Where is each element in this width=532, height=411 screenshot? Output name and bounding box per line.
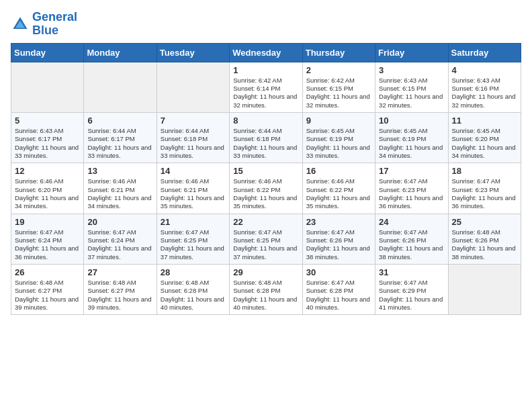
day-info: Daylight: 11 hours and 40 minutes. [233,295,298,312]
day-info: Sunrise: 6:43 AM [15,127,80,135]
day-number: 31 [379,267,444,277]
calendar-cell: 15Sunrise: 6:46 AMSunset: 6:22 PMDayligh… [230,163,302,214]
day-info: Sunset: 6:18 PM [233,135,298,143]
day-number: 5 [15,116,80,126]
day-number: 25 [452,217,517,227]
day-info: Daylight: 11 hours and 33 minutes. [161,144,226,161]
day-info: Sunrise: 6:47 AM [306,228,371,236]
day-info: Sunrise: 6:44 AM [87,127,152,135]
day-info: Sunrise: 6:47 AM [306,279,371,287]
day-number: 1 [233,65,298,75]
calendar-week-1: 5Sunrise: 6:43 AMSunset: 6:17 PMDaylight… [11,112,521,163]
calendar-table: SundayMondayTuesdayWednesdayThursdayFrid… [11,43,521,316]
day-info: Sunset: 6:27 PM [87,287,152,295]
day-info: Sunset: 6:27 PM [15,287,80,295]
calendar-cell: 11Sunrise: 6:45 AMSunset: 6:20 PMDayligh… [448,112,521,163]
day-number: 16 [306,166,371,176]
day-info: Daylight: 11 hours and 37 minutes. [233,244,298,261]
calendar-cell: 27Sunrise: 6:48 AMSunset: 6:27 PMDayligh… [84,265,157,315]
calendar-cell: 17Sunrise: 6:47 AMSunset: 6:23 PMDayligh… [375,163,448,214]
calendar-cell: 25Sunrise: 6:48 AMSunset: 6:26 PMDayligh… [448,214,521,264]
day-info: Sunrise: 6:47 AM [233,228,298,236]
day-info: Daylight: 11 hours and 34 minutes. [452,144,517,161]
day-number: 2 [306,65,371,75]
day-info: Sunrise: 6:47 AM [87,228,152,236]
calendar-cell: 7Sunrise: 6:44 AMSunset: 6:18 PMDaylight… [157,112,229,163]
day-info: Daylight: 11 hours and 38 minutes. [452,244,517,261]
day-info: Daylight: 11 hours and 35 minutes. [161,194,226,211]
calendar-cell: 22Sunrise: 6:47 AMSunset: 6:25 PMDayligh… [230,214,302,264]
col-header-friday: Friday [375,43,448,62]
calendar-cell [84,62,157,112]
calendar-cell: 5Sunrise: 6:43 AMSunset: 6:17 PMDaylight… [11,112,84,163]
calendar-body: 1Sunrise: 6:42 AMSunset: 6:14 PMDaylight… [11,62,521,315]
calendar-cell: 19Sunrise: 6:47 AMSunset: 6:24 PMDayligh… [11,214,84,264]
calendar-week-3: 19Sunrise: 6:47 AMSunset: 6:24 PMDayligh… [11,214,521,264]
page-header: General Blue [11,11,521,38]
day-info: Sunset: 6:16 PM [452,85,517,93]
day-info: Sunrise: 6:42 AM [233,77,298,85]
calendar-week-0: 1Sunrise: 6:42 AMSunset: 6:14 PMDaylight… [11,62,521,112]
calendar-cell: 10Sunrise: 6:45 AMSunset: 6:19 PMDayligh… [375,112,448,163]
day-info: Daylight: 11 hours and 32 minutes. [379,93,444,109]
day-info: Daylight: 11 hours and 36 minutes. [15,244,80,261]
calendar-cell: 18Sunrise: 6:47 AMSunset: 6:23 PMDayligh… [448,163,521,214]
day-info: Daylight: 11 hours and 36 minutes. [379,194,444,211]
day-info: Sunrise: 6:48 AM [87,279,152,287]
day-info: Daylight: 11 hours and 38 minutes. [306,244,371,261]
day-number: 12 [15,166,80,176]
day-info: Sunset: 6:29 PM [379,287,444,295]
day-info: Sunrise: 6:42 AM [306,77,371,85]
day-info: Sunrise: 6:44 AM [233,127,298,135]
calendar-cell: 30Sunrise: 6:47 AMSunset: 6:28 PMDayligh… [302,265,375,315]
day-info: Sunrise: 6:45 AM [379,127,444,135]
day-info: Daylight: 11 hours and 38 minutes. [379,244,444,261]
day-info: Sunset: 6:26 PM [379,236,444,244]
day-number: 30 [306,267,371,277]
calendar-cell: 21Sunrise: 6:47 AMSunset: 6:25 PMDayligh… [157,214,229,264]
day-info: Daylight: 11 hours and 34 minutes. [379,144,444,161]
day-info: Sunrise: 6:47 AM [379,279,444,287]
day-info: Sunset: 6:24 PM [15,236,80,244]
day-info: Sunrise: 6:47 AM [161,228,226,236]
day-info: Sunrise: 6:45 AM [452,127,517,135]
day-info: Sunset: 6:26 PM [306,236,371,244]
day-info: Sunrise: 6:43 AM [379,77,444,85]
day-number: 10 [379,116,444,126]
day-info: Sunrise: 6:45 AM [306,127,371,135]
col-header-sunday: Sunday [11,43,84,62]
day-info: Sunset: 6:15 PM [306,85,371,93]
calendar-cell: 26Sunrise: 6:48 AMSunset: 6:27 PMDayligh… [11,265,84,315]
day-info: Daylight: 11 hours and 33 minutes. [87,144,152,161]
calendar-cell [448,265,521,315]
day-info: Sunrise: 6:48 AM [233,279,298,287]
calendar-header-row: SundayMondayTuesdayWednesdayThursdayFrid… [11,43,521,62]
calendar-cell: 13Sunrise: 6:46 AMSunset: 6:21 PMDayligh… [84,163,157,214]
day-info: Sunset: 6:19 PM [306,135,371,143]
day-number: 3 [379,65,444,75]
day-info: Daylight: 11 hours and 33 minutes. [233,144,298,161]
calendar-cell: 23Sunrise: 6:47 AMSunset: 6:26 PMDayligh… [302,214,375,264]
day-info: Sunrise: 6:44 AM [161,127,226,135]
calendar-cell: 3Sunrise: 6:43 AMSunset: 6:15 PMDaylight… [375,62,448,112]
day-info: Daylight: 11 hours and 32 minutes. [306,93,371,109]
day-info: Sunrise: 6:46 AM [306,177,371,185]
day-info: Daylight: 11 hours and 40 minutes. [306,295,371,312]
day-info: Sunset: 6:25 PM [233,236,298,244]
day-number: 11 [452,116,517,126]
col-header-monday: Monday [84,43,157,62]
calendar-cell: 14Sunrise: 6:46 AMSunset: 6:21 PMDayligh… [157,163,229,214]
calendar-cell: 2Sunrise: 6:42 AMSunset: 6:15 PMDaylight… [302,62,375,112]
day-info: Sunset: 6:25 PM [161,236,226,244]
day-info: Daylight: 11 hours and 34 minutes. [87,194,152,211]
logo-icon [11,15,30,34]
day-info: Sunset: 6:17 PM [87,135,152,143]
day-info: Daylight: 11 hours and 39 minutes. [15,295,80,312]
day-info: Daylight: 11 hours and 36 minutes. [452,194,517,211]
day-info: Sunrise: 6:46 AM [15,177,80,185]
day-number: 26 [15,267,80,277]
day-info: Sunrise: 6:47 AM [379,228,444,236]
day-number: 28 [161,267,226,277]
calendar-cell: 1Sunrise: 6:42 AMSunset: 6:14 PMDaylight… [230,62,302,112]
day-number: 6 [87,116,152,126]
